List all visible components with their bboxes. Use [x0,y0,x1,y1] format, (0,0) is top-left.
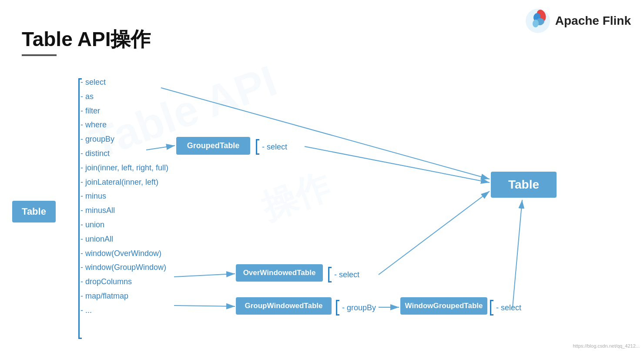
svg-line-10 [379,191,490,275]
watermark2: 操作 [255,163,336,231]
groupwin-groupby-label: - groupBy [342,303,376,312]
url-text: https://blog.csdn.net/qq_4212... [573,343,640,349]
methods-list: - select - as - filter - where - groupBy… [80,76,168,317]
box-over-windowed-table: OverWindowedTable [236,264,323,282]
method-filter: - filter [80,105,168,117]
bracket-wingrouped [490,300,493,315]
method-as: - as [80,90,168,103]
svg-line-13 [513,200,522,307]
method-distinct: - distinct [80,147,168,160]
method-union: - union [80,219,168,231]
box-table-right: Table [491,172,557,198]
method-window-group: - window(GroupWindow) [80,261,168,274]
header: Apache Flink [525,8,631,34]
over-select-label: - select [334,270,359,279]
box-table-left: Table [12,201,56,222]
box-window-grouped-table: WindowGroupedTable [400,297,487,315]
method-minusall: - minusAll [80,204,168,217]
bracket-grouped [256,139,259,155]
method-window-over: - window(OverWindow) [80,247,168,260]
method-map: - map/flatmap [80,290,168,302]
method-unionall: - unionAll [80,233,168,246]
grouped-select-label: - select [262,143,287,152]
svg-line-8 [161,88,490,179]
method-select: - select [80,76,168,89]
method-joinlateral: - joinLateral(inner, left) [80,176,168,189]
page-title: Table API操作 [22,26,151,53]
method-minus: - minus [80,190,168,203]
title-underline [22,54,57,56]
method-etc: - ... [80,304,168,317]
method-dropcolumns: - dropColumns [80,276,168,288]
svg-line-9 [174,274,235,277]
svg-line-11 [174,306,235,306]
method-groupby: - groupBy [80,133,168,146]
bracket-groupwin [336,300,339,315]
method-where: - where [80,119,168,131]
method-join: - join(inner, left, right, full) [80,162,168,174]
svg-line-7 [305,146,490,183]
flink-title: Apache Flink [555,14,631,28]
box-grouped-table: GroupedTable [176,137,250,155]
box-group-windowed-table: GroupWindowedTable [236,297,332,315]
wingrouped-select-label: - select [496,303,521,312]
flink-logo-icon [525,8,551,34]
bracket-over [328,267,332,282]
